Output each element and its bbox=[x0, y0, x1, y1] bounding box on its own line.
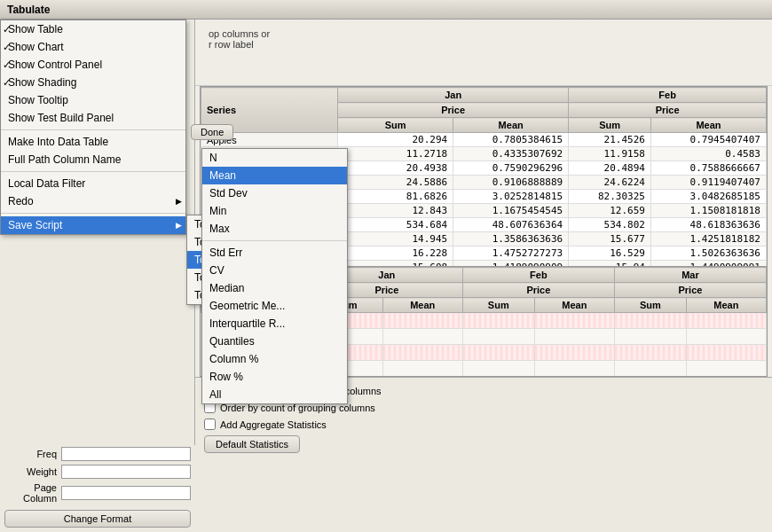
make-into-data-table-label: Make Into Data Table bbox=[8, 136, 108, 148]
jan-mean-cell: 0.7590296296 bbox=[453, 161, 569, 176]
feb-mean-cell: 1.4251818182 bbox=[650, 232, 766, 246]
jan-mean-cell: 1.3586363636 bbox=[453, 232, 569, 246]
stats-std-dev-label: Std Dev bbox=[209, 187, 248, 200]
stats-row-pct-label: Row % bbox=[209, 371, 243, 383]
page-column-input[interactable] bbox=[61, 486, 191, 500]
menu-item-full-path-column-name[interactable]: Full Path Column Name bbox=[1, 151, 185, 168]
chart-feb-mean-cell bbox=[534, 329, 614, 345]
chart-feb-sum: Sum bbox=[462, 298, 534, 313]
feb-sum-cell: 82.30325 bbox=[569, 190, 651, 204]
menu-item-redo[interactable]: Redo bbox=[1, 192, 185, 210]
done-button[interactable]: Done bbox=[191, 124, 233, 140]
chart-feb-sum-cell bbox=[462, 313, 534, 329]
stats-interquartile-label: Interquartile R... bbox=[209, 317, 285, 330]
stats-geometric-mean[interactable]: Geometric Me... bbox=[202, 297, 347, 315]
jan-sum-cell: 81.6826 bbox=[338, 190, 453, 204]
instructions-area: op columns orr row label bbox=[195, 20, 772, 86]
chart-mar-sum-cell bbox=[614, 313, 686, 329]
feb-mean-cell: 0.7588666667 bbox=[650, 161, 766, 176]
chart-mar-mean-cell bbox=[686, 313, 766, 329]
stats-cv[interactable]: CV bbox=[202, 262, 347, 279]
stats-sep bbox=[202, 240, 347, 241]
freq-label: Freq bbox=[4, 449, 57, 459]
stats-min[interactable]: Min bbox=[202, 202, 347, 220]
chart-feb-mean-cell bbox=[534, 345, 614, 361]
menu-item-make-into-data-table[interactable]: Make Into Data Table bbox=[1, 133, 185, 151]
stats-n[interactable]: N bbox=[202, 149, 347, 167]
menu-item-show-chart[interactable]: Show Chart bbox=[1, 38, 185, 56]
stats-std-err[interactable]: Std Err bbox=[202, 244, 347, 262]
feb-sum-cell: 20.4894 bbox=[569, 161, 651, 176]
separator-3 bbox=[1, 213, 185, 214]
jan-sum-cell: 12.843 bbox=[338, 204, 453, 218]
jan-mean-cell: 3.0252814815 bbox=[453, 190, 569, 204]
menu-item-show-table[interactable]: Show Table bbox=[1, 20, 185, 38]
stats-row-pct[interactable]: Row % bbox=[202, 368, 347, 386]
stats-median[interactable]: Median bbox=[202, 279, 347, 297]
stats-all[interactable]: All bbox=[202, 386, 347, 403]
feb-mean-header: Mean bbox=[650, 118, 766, 133]
stats-mean-label: Mean bbox=[209, 169, 236, 182]
chart-jan-mean-cell bbox=[382, 329, 462, 345]
feb-sum-cell: 21.4526 bbox=[569, 133, 651, 147]
show-test-build-panel-label: Show Test Build Panel bbox=[8, 112, 114, 124]
chart-jan-mean: Mean bbox=[382, 298, 462, 313]
menu-item-local-data-filter[interactable]: Local Data Filter bbox=[1, 175, 185, 192]
jan-mean-cell: 48.607636364 bbox=[453, 218, 569, 232]
separator-1 bbox=[1, 129, 185, 130]
jan-sum-cell: 534.684 bbox=[338, 218, 453, 232]
feb-mean-cell: 1.1508181818 bbox=[650, 204, 766, 218]
statistics-submenu: N Mean Std Dev Min Max Std Err CV Median… bbox=[201, 148, 348, 404]
stats-std-dev[interactable]: Std Dev bbox=[202, 184, 347, 202]
feb-mean-cell: 1.5026363636 bbox=[650, 246, 766, 261]
jan-mean-cell: 1.4752727273 bbox=[453, 246, 569, 261]
feb-sum-cell: 11.9158 bbox=[569, 147, 651, 161]
stats-max[interactable]: Max bbox=[202, 220, 347, 238]
menu-item-save-script[interactable]: Save Script bbox=[1, 216, 185, 234]
feb-mean-cell: 0.4583 bbox=[650, 147, 766, 161]
chart-jan-mean-cell bbox=[382, 313, 462, 329]
chart-mar-mean-cell bbox=[686, 345, 766, 361]
change-format-button[interactable]: Change Format bbox=[4, 510, 191, 528]
stats-column-pct[interactable]: Column % bbox=[202, 350, 347, 368]
feb-mean-cell: 48.618363636 bbox=[650, 218, 766, 232]
weight-row: Weight bbox=[0, 463, 195, 481]
chart-feb-sum-cell bbox=[462, 361, 534, 377]
stats-max-label: Max bbox=[209, 223, 230, 235]
jan-mean-cell: 1.1675454545 bbox=[453, 204, 569, 218]
stats-cv-label: CV bbox=[209, 264, 225, 277]
jan-mean-cell: 0.7805384615 bbox=[453, 133, 569, 147]
freq-input[interactable] bbox=[61, 447, 191, 461]
separator-2 bbox=[1, 171, 185, 172]
chart-mar-sum: Sum bbox=[614, 298, 686, 313]
menu-item-show-control-panel[interactable]: Show Control Panel bbox=[1, 56, 185, 74]
feb-sum-cell: 15.677 bbox=[569, 232, 651, 246]
stats-interquartile[interactable]: Interquartile R... bbox=[202, 315, 347, 332]
stats-quantiles[interactable]: Quantiles bbox=[202, 332, 347, 350]
jan-mean-cell: 0.9106888889 bbox=[453, 176, 569, 190]
default-statistics-button[interactable]: Default Statistics bbox=[204, 435, 300, 453]
menu-item-show-test-build-panel[interactable]: Show Test Build Panel bbox=[1, 109, 185, 127]
menu-item-show-tooltip[interactable]: Show Tooltip bbox=[1, 91, 185, 109]
show-chart-label: Show Chart bbox=[8, 41, 64, 53]
title-bar: Tabulate bbox=[0, 0, 772, 20]
jan-sum-cell: 20.294 bbox=[338, 133, 453, 147]
page-column-row: Page Column bbox=[0, 481, 195, 505]
feb-sum-cell: 12.659 bbox=[569, 204, 651, 218]
add-aggregate-checkbox[interactable] bbox=[204, 419, 216, 430]
stats-geometric-mean-label: Geometric Me... bbox=[209, 300, 285, 312]
stats-min-label: Min bbox=[209, 205, 226, 217]
show-table-label: Show Table bbox=[8, 23, 63, 35]
title-text: Tabulate bbox=[7, 4, 50, 16]
chart-feb-mean-cell bbox=[534, 361, 614, 377]
menu-item-show-shading[interactable]: Show Shading bbox=[1, 74, 185, 91]
show-shading-label: Show Shading bbox=[8, 76, 76, 89]
add-aggregate-row: Add Aggregate Statistics bbox=[200, 416, 768, 433]
stats-mean[interactable]: Mean bbox=[202, 167, 347, 184]
chart-mar-mean: Mean bbox=[686, 298, 766, 313]
stats-std-err-label: Std Err bbox=[209, 246, 242, 259]
left-controls-panel: Freq Weight Page Column Change Format bbox=[0, 445, 195, 532]
chart-jan-mean-cell bbox=[382, 345, 462, 361]
jan-sum-cell: 24.5886 bbox=[338, 176, 453, 190]
weight-input[interactable] bbox=[61, 465, 191, 479]
